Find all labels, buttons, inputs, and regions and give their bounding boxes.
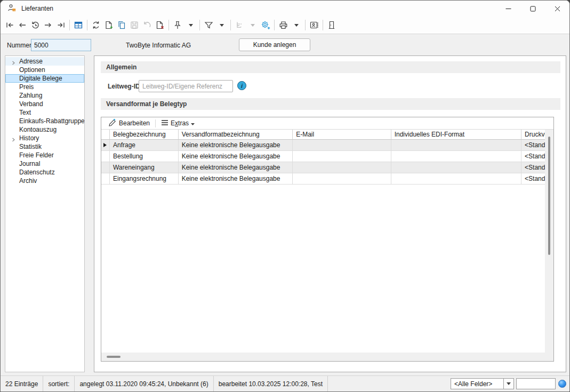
grid-body: Anfrage Keine elektronische Belegausgabe… [101, 140, 545, 185]
exit-door-icon[interactable] [325, 18, 338, 32]
pin-dropdown-icon[interactable] [184, 18, 197, 32]
field-filter-dropdown-icon[interactable] [504, 378, 514, 389]
grid-header-belegbezeichnung[interactable]: Belegbezeichnung [110, 130, 179, 139]
grid-horizontal-scrollbar[interactable] [101, 353, 553, 361]
sidebar-item-preis[interactable]: Preis [5, 83, 84, 91]
quick-search-input[interactable] [516, 378, 556, 389]
cell-druckvorlage[interactable]: <Standa [521, 173, 545, 184]
cell-druckvorlage[interactable]: <Standa [521, 140, 545, 150]
cell-druckvorlage[interactable]: <Standa [521, 151, 545, 162]
table-row[interactable]: Wareneingang Keine elektronische Belegau… [101, 162, 545, 173]
tree-dropdown-icon[interactable] [246, 18, 259, 32]
cell-email[interactable] [293, 162, 391, 173]
record-bar: Nummer TwoByte Informatic AG Kunde anleg… [1, 35, 569, 55]
cell-druckvorlage[interactable]: <Standa [521, 162, 545, 173]
titlebar: Lieferanten [1, 1, 569, 17]
sidebar-item-journal[interactable]: Journal [5, 159, 84, 168]
sidebar-item-kontoauszug[interactable]: Kontoauszug [5, 125, 84, 134]
cell-belegbezeichnung[interactable]: Bestellung [110, 151, 179, 162]
info-icon[interactable]: i [237, 81, 246, 90]
vertical-scrollbar-thumb[interactable] [548, 137, 550, 255]
refresh-icon[interactable] [90, 18, 102, 32]
delete-record-icon[interactable] [154, 18, 166, 32]
cell-versandformat[interactable]: Keine elektronische Belegausgabe [179, 140, 293, 150]
cell-belegbezeichnung[interactable]: Wareneingang [110, 162, 179, 173]
table-row[interactable]: Bestellung Keine elektronische Belegausg… [101, 151, 545, 162]
cell-edi[interactable] [391, 173, 521, 184]
toolbar-separator [87, 20, 87, 30]
save-icon[interactable] [128, 18, 141, 32]
sidebar-item-history[interactable]: History [5, 134, 84, 142]
grid-header-email[interactable]: E-Mail [293, 130, 391, 139]
sidebar-item-label: Zahlung [19, 92, 42, 99]
new-record-icon[interactable] [102, 18, 115, 32]
cell-edi[interactable] [391, 140, 521, 150]
toolbar-separator [168, 20, 169, 30]
cell-email[interactable] [293, 140, 391, 150]
sidebar-item-text[interactable]: Text [5, 108, 84, 117]
filter-dropdown-icon[interactable] [215, 18, 228, 32]
toolbar-separator [199, 20, 200, 30]
minimize-button[interactable] [496, 1, 520, 17]
sidebar-item-adresse[interactable]: Adresse [5, 57, 84, 66]
contact-card-icon[interactable] [308, 18, 320, 32]
pin-icon[interactable] [171, 18, 184, 32]
cell-email[interactable] [293, 173, 391, 184]
gear-add-icon[interactable] [259, 18, 272, 32]
horizontal-scrollbar-thumb[interactable] [107, 356, 121, 358]
cell-versandformat[interactable]: Keine elektronische Belegausgabe [179, 173, 293, 184]
table-view-icon[interactable] [72, 18, 85, 32]
kunde-anlegen-button[interactable]: Kunde anlegen [239, 38, 310, 51]
extras-button[interactable]: Extras [157, 118, 198, 129]
maximize-button[interactable] [520, 1, 545, 17]
sidebar-item-optionen[interactable]: Optionen [5, 66, 84, 74]
grid-header-druckvorlage[interactable]: Druckvo [521, 130, 545, 139]
last-record-icon[interactable] [54, 18, 67, 32]
sidebar-item-label: Preis [19, 83, 34, 91]
sidebar-item-datenschutz[interactable]: Datenschutz [5, 168, 84, 177]
sidebar-item-digitale-belege[interactable]: Digitale Belege [5, 74, 84, 83]
cell-email[interactable] [293, 151, 391, 162]
nummer-input[interactable] [31, 39, 91, 51]
tree-view-icon[interactable] [233, 18, 246, 32]
table-row[interactable]: Eingangsrechnung Keine elektronische Bel… [101, 173, 545, 185]
cell-versandformat[interactable]: Keine elektronische Belegausgabe [179, 162, 293, 173]
cell-edi[interactable] [391, 162, 521, 173]
grid-header-selector [101, 130, 110, 139]
sidebar-item-label: Archiv [19, 177, 37, 185]
sidebar-item-verband[interactable]: Verband [5, 100, 84, 108]
sidebar-item-einkaufs-rabattgruppen[interactable]: Einkaufs-Rabattgruppen [5, 117, 84, 125]
leitweg-id-input[interactable] [139, 80, 233, 92]
print-icon[interactable] [277, 18, 290, 32]
current-row-arrow-icon [103, 143, 107, 147]
sidebar-item-freie-felder[interactable]: Freie Felder [5, 151, 84, 159]
copy-record-icon[interactable] [115, 18, 128, 32]
grid-vertical-scrollbar[interactable] [545, 130, 553, 353]
first-record-icon[interactable] [3, 18, 16, 32]
grid-header-edi-format[interactable]: Individuelles EDI-Format [391, 130, 521, 139]
grid-header-versandformatbezeichnung[interactable]: Versandformatbezeichnung [179, 130, 293, 139]
bearbeiten-button[interactable]: Bearbeiten [105, 118, 154, 129]
next-record-icon[interactable] [42, 18, 54, 32]
sidebar-item-zahlung[interactable]: Zahlung [5, 91, 84, 100]
previous-record-icon[interactable] [16, 18, 29, 32]
undo-icon[interactable] [141, 18, 154, 32]
field-filter-combobox[interactable]: <Alle Felder> [451, 378, 504, 389]
sidebar-item-archiv[interactable]: Archiv [5, 177, 84, 185]
sidebar-item-label: Verband [19, 100, 43, 108]
cell-belegbezeichnung[interactable]: Anfrage [110, 140, 179, 150]
grid-toolbar: Bearbeiten Extras [101, 117, 553, 130]
cell-edi[interactable] [391, 151, 521, 162]
cell-versandformat[interactable]: Keine elektronische Belegausgabe [179, 151, 293, 162]
print-dropdown-icon[interactable] [290, 18, 303, 32]
filter-icon[interactable] [202, 18, 215, 32]
cell-belegbezeichnung[interactable]: Eingangsrechnung [110, 173, 179, 184]
globe-icon[interactable] [558, 380, 566, 388]
statusbar-entry-count: 22 Einträge [1, 376, 43, 391]
nummer-label: Nummer [7, 42, 31, 49]
close-button[interactable] [545, 1, 569, 17]
table-row[interactable]: Anfrage Keine elektronische Belegausgabe… [101, 140, 545, 151]
history-icon[interactable] [29, 18, 42, 32]
sidebar-item-statistik[interactable]: Statistik [5, 142, 84, 151]
leitweg-id-label: Leitweg-ID [108, 83, 140, 90]
